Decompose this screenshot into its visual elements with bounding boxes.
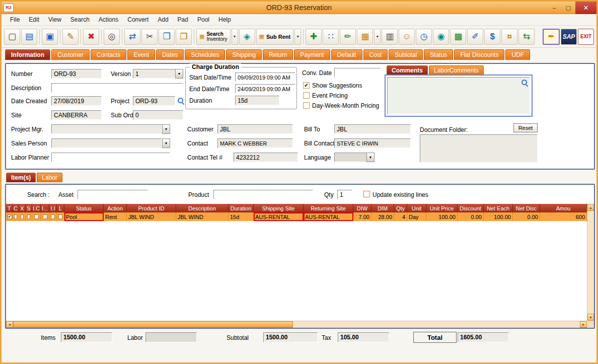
col-header-qty[interactable]: Qty xyxy=(394,204,407,212)
money-button[interactable]: ¤ xyxy=(501,29,517,45)
contact-field[interactable]: MARK C WEBBER xyxy=(217,138,293,148)
cell-shipping-site[interactable]: AUS-RENTAL xyxy=(254,212,304,221)
menu-view[interactable]: View xyxy=(44,15,66,25)
tab-schedules[interactable]: Schedules xyxy=(185,49,225,60)
report-print-button[interactable]: ▥ xyxy=(382,29,398,45)
menu-file[interactable]: File xyxy=(6,15,24,25)
col-header-t[interactable]: T xyxy=(6,204,13,212)
minimize-button[interactable]: – xyxy=(547,3,561,13)
col-header-shipping-site[interactable]: Shipping Site xyxy=(254,204,304,212)
col-header-ii[interactable]: I.I xyxy=(49,204,57,212)
notes-button[interactable]: ✏ xyxy=(340,29,356,45)
form-edit-button[interactable]: ✐ xyxy=(467,29,483,45)
cut-button[interactable]: ✂ xyxy=(141,29,158,45)
document-folder-box[interactable] xyxy=(420,134,538,163)
menu-edit[interactable]: Edit xyxy=(24,15,44,25)
cell-net-disc[interactable]: 0.00 xyxy=(513,212,540,221)
comments-search-icon[interactable] xyxy=(521,79,528,86)
menu-pool[interactable]: Pool xyxy=(193,15,214,25)
col-header-unit[interactable]: Unit xyxy=(407,204,426,212)
bill-to-field[interactable]: JBL xyxy=(334,124,411,134)
tab-udf[interactable]: UDF xyxy=(505,49,530,60)
time-button[interactable]: ◷ xyxy=(416,29,432,45)
row-check-c[interactable] xyxy=(14,214,17,219)
col-header-ic[interactable]: I.C xyxy=(32,204,41,212)
col-header-returning-site[interactable]: Returning Site xyxy=(304,204,353,212)
add-line-button[interactable]: ✚ xyxy=(306,29,322,45)
contact-tel-field[interactable]: 4232212 xyxy=(234,153,298,162)
cell-action[interactable]: Rent xyxy=(104,212,127,221)
col-header-description[interactable]: Description xyxy=(176,204,229,212)
row-check-i[interactable] xyxy=(43,214,47,219)
col-header-diw[interactable]: DIW xyxy=(353,204,371,212)
tab-flat-discounts[interactable]: Flat Discounts xyxy=(454,49,504,60)
tab-shipping[interactable]: Shipping xyxy=(226,49,262,60)
col-header-x[interactable]: X xyxy=(19,204,26,212)
cell-unit[interactable]: Day xyxy=(407,212,426,221)
data-cube-button[interactable]: ▩ xyxy=(450,29,466,45)
tab-default[interactable]: Default xyxy=(331,49,362,60)
tab-cost[interactable]: Cost xyxy=(363,49,388,60)
col-header-unit-price[interactable]: Unit Price xyxy=(426,204,458,212)
cell-net-each[interactable]: 100.00 xyxy=(484,212,513,221)
menu-pad[interactable]: Pad xyxy=(173,15,193,25)
language-dropdown[interactable]: ▼ xyxy=(366,153,375,162)
key-button[interactable]: ✒ xyxy=(543,29,560,45)
show-suggestions-checkbox[interactable] xyxy=(303,82,310,89)
tab-contacts[interactable]: Contacts xyxy=(91,49,126,60)
close-button[interactable]: ✕ xyxy=(575,2,596,14)
scroll-left-arrow[interactable]: ◄ xyxy=(6,321,13,328)
col-header-discount[interactable]: Discount xyxy=(458,204,484,212)
shapes-button[interactable]: ◈ xyxy=(239,29,255,45)
col-header-l[interactable]: L xyxy=(57,204,64,212)
pool-button[interactable]: ∷ xyxy=(323,29,339,45)
col-header-action[interactable]: Action xyxy=(104,204,127,212)
duration-field[interactable]: 15d xyxy=(235,96,279,105)
bill-contact-field[interactable]: STEVE C IRWIN xyxy=(334,138,411,148)
date-created-field[interactable]: 27/08/2019 xyxy=(51,96,102,106)
scroll-up-arrow[interactable]: ▲ xyxy=(587,204,594,211)
col-header-duration[interactable]: Duration xyxy=(229,204,254,212)
tab-customer[interactable]: Customer xyxy=(51,49,90,60)
row-check-ii[interactable] xyxy=(51,214,55,219)
menu-convert[interactable]: Convert xyxy=(123,15,153,25)
row-check-x[interactable] xyxy=(21,214,24,219)
comments-textarea[interactable] xyxy=(387,77,530,114)
version-dropdown[interactable]: ▼ xyxy=(175,69,183,79)
cell-amount[interactable]: 600 xyxy=(540,212,587,221)
sub-orders-field[interactable]: 0 xyxy=(133,110,183,120)
labor-planner-field[interactable] xyxy=(51,153,170,162)
grid-layout-button[interactable]: ▦ xyxy=(357,29,373,45)
update-lines-checkbox[interactable] xyxy=(363,191,370,197)
end-date-field[interactable]: 24/09/2019 09:00 AM xyxy=(235,84,295,94)
edit-button[interactable]: ✎ xyxy=(62,29,79,45)
title-bar[interactable]: R2 ORD-93 Reservation – ▢ ✕ xyxy=(2,2,596,14)
vertical-scrollbar[interactable]: ▲ ▼ xyxy=(587,204,594,321)
new-document-button[interactable]: ▢ xyxy=(4,29,20,45)
row-check-ic[interactable] xyxy=(34,214,39,219)
row-check-l[interactable] xyxy=(58,214,62,219)
cell-dim[interactable]: 28.00 xyxy=(371,212,394,221)
project-field[interactable]: ORD-93 xyxy=(133,96,175,106)
customer-field[interactable]: JBL xyxy=(217,124,293,134)
cell-discount[interactable]: 0.00 xyxy=(458,212,484,221)
cell-status[interactable]: Pool xyxy=(64,212,104,221)
col-header-c[interactable]: C xyxy=(13,204,19,212)
find-button[interactable]: ◎ xyxy=(104,29,120,45)
scroll-right-arrow[interactable]: ► xyxy=(580,321,587,328)
paste-button[interactable]: ❒ xyxy=(176,29,192,45)
print-button[interactable]: ▤ xyxy=(21,29,37,45)
asset-field[interactable] xyxy=(78,190,148,199)
cell-diw[interactable]: 7.00 xyxy=(353,212,371,221)
col-header-product-id[interactable]: Product ID xyxy=(127,204,176,212)
cell-duration[interactable]: 15d xyxy=(229,212,254,221)
col-header-status[interactable]: Status xyxy=(64,204,104,212)
col-header-amount[interactable]: Amou xyxy=(540,204,587,212)
cell-product-id[interactable]: JBL WIND xyxy=(127,212,176,221)
sales-person-dropdown[interactable]: ▼ xyxy=(162,138,170,148)
product-field[interactable] xyxy=(213,190,313,199)
horizontal-scrollbar[interactable]: ◄ ► xyxy=(6,321,587,328)
reset-button[interactable]: Reset xyxy=(513,123,538,132)
tab-items[interactable]: Item(s) xyxy=(6,173,36,182)
transfer-button[interactable]: ⇆ xyxy=(518,29,535,45)
